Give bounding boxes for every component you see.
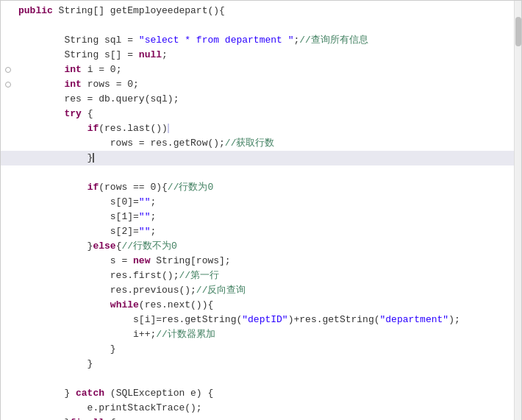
gutter-1 <box>1 4 15 18</box>
gutter-5 <box>1 63 15 77</box>
line-text-29: }finally{ <box>15 416 521 420</box>
gutter-26 <box>1 371 15 386</box>
gutter-6 <box>1 77 15 92</box>
code-line-23: i++;//计数器累加 <box>1 327 521 342</box>
gutter-12 <box>1 165 15 180</box>
vertical-scrollbar[interactable] <box>514 1 521 420</box>
breakpoint-dot-5[interactable] <box>5 67 11 73</box>
line-text-2 <box>15 18 521 33</box>
gutter-11 <box>1 151 15 165</box>
gutter-7 <box>1 92 15 107</box>
line-text-9: if(res.last()) <box>15 121 521 136</box>
gutter-24 <box>1 342 15 357</box>
gutter-10 <box>1 136 15 151</box>
code-line-25: } <box>1 357 521 371</box>
line-text-28: e.printStackTrace(); <box>15 401 521 416</box>
gutter-9 <box>1 121 15 136</box>
code-line-16: s[2]=""; <box>1 224 521 239</box>
line-text-19: res.first();//第一行 <box>15 268 521 283</box>
code-line-29: }finally{ <box>1 416 521 420</box>
line-text-8: try { <box>15 107 521 121</box>
code-line-4: String s[] = null; <box>1 48 521 63</box>
gutter-3 <box>1 33 15 48</box>
code-line-11: } <box>1 151 521 165</box>
gutter-8 <box>1 107 15 121</box>
code-line-9: if(res.last()) <box>1 121 521 136</box>
line-text-7: res = db.query(sql); <box>15 92 521 107</box>
line-text-18: s = new String[rows]; <box>15 254 521 268</box>
code-line-6: int rows = 0; <box>1 77 521 92</box>
code-line-1: public String[] getEmployeedepart(){ <box>1 4 521 18</box>
code-line-7: res = db.query(sql); <box>1 92 521 107</box>
code-line-15: s[1]=""; <box>1 210 521 224</box>
line-text-12 <box>15 165 521 180</box>
code-line-14: s[0]=""; <box>1 195 521 210</box>
line-text-13: if(rows == 0){//行数为0 <box>15 180 521 195</box>
code-content-area: public String[] getEmployeedepart(){ Str… <box>1 1 521 420</box>
line-text-11: } <box>15 151 521 165</box>
code-line-18: s = new String[rows]; <box>1 254 521 268</box>
line-text-23: i++;//计数器累加 <box>15 327 521 342</box>
gutter-20 <box>1 283 15 298</box>
gutter-19 <box>1 268 15 283</box>
line-text-27: } catch (SQLException e) { <box>15 386 521 401</box>
code-editor: public String[] getEmployeedepart(){ Str… <box>0 0 522 420</box>
code-line-2 <box>1 18 521 33</box>
gutter-14 <box>1 195 15 210</box>
line-text-4: String s[] = null; <box>15 48 521 63</box>
code-line-24: } <box>1 342 521 357</box>
line-text-14: s[0]=""; <box>15 195 521 210</box>
code-line-26 <box>1 371 521 386</box>
code-line-22: s[i]=res.getString("deptID")+res.getStri… <box>1 313 521 327</box>
scrollbar-thumb[interactable] <box>515 17 521 46</box>
gutter-15 <box>1 210 15 224</box>
line-text-6: int rows = 0; <box>15 77 521 92</box>
line-text-15: s[1]=""; <box>15 210 521 224</box>
code-line-5: int i = 0; <box>1 63 521 77</box>
gutter-28 <box>1 401 15 416</box>
code-line-8: try { <box>1 107 521 121</box>
gutter-4 <box>1 48 15 63</box>
gutter-27 <box>1 386 15 401</box>
code-line-19: res.first();//第一行 <box>1 268 521 283</box>
line-text-1: public String[] getEmployeedepart(){ <box>15 4 521 18</box>
gutter-13 <box>1 180 15 195</box>
line-text-26 <box>15 371 521 386</box>
line-text-10: rows = res.getRow();//获取行数 <box>15 136 521 151</box>
line-text-5: int i = 0; <box>15 63 521 77</box>
line-text-25: } <box>15 357 521 371</box>
code-line-28: e.printStackTrace(); <box>1 401 521 416</box>
breakpoint-dot-6[interactable] <box>5 82 11 88</box>
gutter-23 <box>1 327 15 342</box>
code-line-21: while(res.next()){ <box>1 298 521 313</box>
gutter-25 <box>1 357 15 371</box>
line-text-22: s[i]=res.getString("deptID")+res.getStri… <box>15 313 521 327</box>
gutter-21 <box>1 298 15 313</box>
line-text-16: s[2]=""; <box>15 224 521 239</box>
code-line-12 <box>1 165 521 180</box>
line-text-3: String sql = "select * from department "… <box>15 33 521 48</box>
code-line-3: String sql = "select * from department "… <box>1 33 521 48</box>
gutter-18 <box>1 254 15 268</box>
line-text-21: while(res.next()){ <box>15 298 521 313</box>
code-line-17: }else{//行数不为0 <box>1 239 521 254</box>
gutter-2 <box>1 18 15 33</box>
code-line-27: } catch (SQLException e) { <box>1 386 521 401</box>
line-text-24: } <box>15 342 521 357</box>
code-line-20: res.previous();//反向查询 <box>1 283 521 298</box>
line-text-20: res.previous();//反向查询 <box>15 283 521 298</box>
gutter-16 <box>1 224 15 239</box>
gutter-22 <box>1 313 15 327</box>
code-line-10: rows = res.getRow();//获取行数 <box>1 136 521 151</box>
gutter-29 <box>1 416 15 420</box>
line-text-17: }else{//行数不为0 <box>15 239 521 254</box>
gutter-17 <box>1 239 15 254</box>
code-line-13: if(rows == 0){//行数为0 <box>1 180 521 195</box>
